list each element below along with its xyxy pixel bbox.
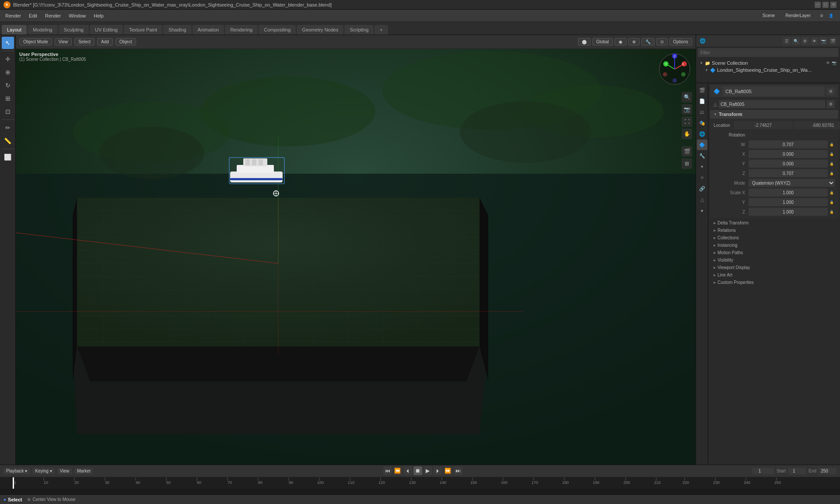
jump-end-btn[interactable]: ⏭ — [454, 466, 462, 475]
camera-view-btn[interactable]: 📷 — [682, 104, 692, 115]
menu-help[interactable]: Help — [90, 12, 107, 20]
outliner-ship-item[interactable]: ▼ 🔷 London_Sightseeing_Cruise_Ship_on_Wa… — [696, 66, 840, 74]
tool-rotate[interactable]: ↻ — [2, 79, 14, 91]
rotation-z-lock[interactable]: 🔒 — [829, 169, 835, 177]
outliner-render-btn[interactable]: 🎬 — [829, 37, 836, 45]
grid-btn[interactable]: ⊞ — [682, 158, 692, 169]
prop-tab-output[interactable]: 📄 — [697, 96, 707, 106]
object-name-field[interactable] — [723, 87, 824, 96]
tool-transform[interactable]: ⊡ — [2, 105, 14, 118]
line-art-section[interactable]: ▶ Line Art — [710, 271, 838, 279]
outliner-search-input[interactable] — [698, 48, 838, 57]
prop-tab-view-layer[interactable]: 🗂 — [697, 107, 707, 117]
menu-render2[interactable]: Render — [42, 12, 64, 20]
rotation-x-input[interactable] — [749, 150, 828, 158]
menu-edit[interactable]: Edit — [25, 12, 41, 20]
renderlayer-selector[interactable]: RenderLayer — [782, 12, 814, 19]
start-frame-input[interactable] — [788, 468, 806, 474]
relations-section[interactable]: ▶ Relations — [710, 227, 838, 234]
tab-animation[interactable]: Animation — [192, 25, 224, 35]
transform-section-header[interactable]: ▼ Transform — [710, 110, 838, 119]
nav-gizmo[interactable]: X Y Z — [657, 52, 692, 87]
scale-z-input[interactable] — [749, 208, 828, 216]
custom-properties-section[interactable]: ▶ Custom Properties — [710, 279, 838, 286]
location-y-input[interactable] — [794, 121, 840, 129]
view-type-btn[interactable]: View — [55, 38, 72, 46]
tool-move[interactable]: ⊕ — [2, 66, 14, 78]
tab-texture-paint[interactable]: Texture Paint — [124, 25, 162, 35]
global-local-btn[interactable]: Global — [592, 38, 613, 46]
marker-btn[interactable]: Marker — [74, 468, 93, 474]
next-frame-btn[interactable]: ⏩ — [444, 466, 452, 475]
jump-start-btn[interactable]: ⏮ — [383, 466, 392, 475]
gizmo-btn[interactable]: ⊕ — [628, 38, 640, 46]
scale-z-lock[interactable]: 🔒 — [829, 208, 835, 216]
minimize-button[interactable]: ─ — [815, 2, 821, 8]
tab-add[interactable]: + — [374, 25, 388, 35]
select-menu-btn[interactable]: Select — [74, 38, 94, 46]
prop-tab-particles[interactable]: ✦ — [697, 161, 707, 172]
tab-scripting[interactable]: Scripting — [344, 25, 374, 35]
collections-section[interactable]: ▶ Collections — [710, 234, 838, 242]
render-preview-btn[interactable]: 🎬 — [682, 146, 692, 157]
visibility-section[interactable]: ▶ Visibility — [710, 256, 838, 264]
add-menu-btn[interactable]: Add — [97, 38, 113, 46]
tab-compositing[interactable]: Compositing — [259, 25, 296, 35]
prop-tab-world[interactable]: 🌐 — [697, 129, 707, 139]
prop-tab-object[interactable]: 🔷 — [697, 140, 707, 150]
viewport-display-section[interactable]: ▶ Viewport Display — [710, 264, 838, 271]
tool-measure[interactable]: 📏 — [2, 135, 14, 147]
menu-window[interactable]: Window — [65, 12, 89, 20]
scale-x-input[interactable] — [749, 189, 828, 196]
prev-keyframe-btn[interactable]: ⏴ — [403, 466, 412, 475]
options-btn[interactable]: Options — [669, 38, 692, 46]
tab-layout[interactable]: Layout — [2, 25, 27, 35]
tool-cursor[interactable]: ✛ — [2, 53, 14, 65]
instancing-section[interactable]: ▶ Instancing — [710, 242, 838, 249]
view-btn[interactable]: View — [57, 468, 72, 474]
proportional-edit-btn[interactable]: ⊙ — [656, 38, 668, 46]
user-icon[interactable]: 👤 — [827, 12, 835, 20]
tab-modeling[interactable]: Modeling — [28, 25, 58, 35]
rotation-x-lock[interactable]: 🔒 — [829, 150, 835, 158]
fullscreen-btn[interactable]: ⛶ — [682, 116, 692, 127]
outliner-filter-btn[interactable]: ☰ — [783, 37, 791, 45]
engine-icon[interactable]: ⚙ — [818, 12, 826, 20]
tool-select[interactable]: ↖ — [2, 37, 14, 49]
viewport[interactable]: Object Mode View Select Add Object ⬤ Glo… — [16, 35, 696, 465]
zoom-in-btn[interactable]: 🔍 — [682, 92, 692, 102]
location-x-input[interactable] — [734, 121, 793, 129]
end-frame-input[interactable] — [819, 468, 836, 474]
prop-tab-modifier[interactable]: 🔧 — [697, 150, 707, 161]
prop-tab-constraint[interactable]: 🔗 — [697, 183, 707, 194]
rotation-y-input[interactable] — [749, 160, 828, 168]
close-button[interactable]: ✕ — [830, 2, 836, 8]
timeline-ruler[interactable]: 1 10 20 30 40 50 60 70 80 90 100 110 120 — [0, 477, 840, 489]
data-name-field[interactable] — [719, 100, 825, 108]
tab-rendering[interactable]: Rendering — [225, 25, 258, 35]
play-btn[interactable]: ▶ — [424, 466, 432, 475]
scale-x-lock[interactable]: 🔒 — [829, 189, 835, 196]
maximize-button[interactable]: □ — [822, 2, 829, 8]
motion-paths-section[interactable]: ▶ Motion Paths — [710, 249, 838, 256]
rotation-y-lock[interactable]: 🔒 — [829, 160, 835, 168]
hand-tool-btn[interactable]: ✋ — [682, 129, 692, 139]
viewport-shading-solid[interactable]: ⬤ — [578, 38, 591, 46]
current-frame-input[interactable] — [752, 468, 774, 474]
rotation-w-input[interactable] — [749, 140, 828, 148]
rotation-w-lock[interactable]: 🔒 — [829, 140, 835, 148]
prop-tab-physics[interactable]: ⚛ — [697, 172, 707, 183]
scene-selector[interactable]: Scene — [759, 12, 778, 19]
data-settings-btn[interactable]: ⚙ — [827, 100, 835, 108]
tool-annotate[interactable]: ✏ — [2, 122, 14, 134]
stop-btn[interactable]: ⏹ — [413, 466, 422, 475]
object-settings-btn[interactable]: ⚙ — [827, 88, 835, 95]
outliner-search-btn[interactable]: 🔍 — [792, 37, 800, 45]
rotation-mode-dropdown[interactable]: Quaternion (WXYZ) XYZ Euler Axis Angle — [749, 179, 835, 187]
next-keyframe-btn[interactable]: ⏵ — [434, 466, 442, 475]
outliner-scene-collection[interactable]: ▼ 📁 Scene Collection 👁 📷 — [696, 60, 840, 66]
prop-tab-render[interactable]: 🎬 — [697, 85, 707, 95]
prop-tab-material[interactable]: ● — [697, 205, 707, 216]
outliner-camera-btn[interactable]: 📷 — [819, 37, 827, 45]
prop-tab-object-data[interactable]: △ — [697, 194, 707, 205]
